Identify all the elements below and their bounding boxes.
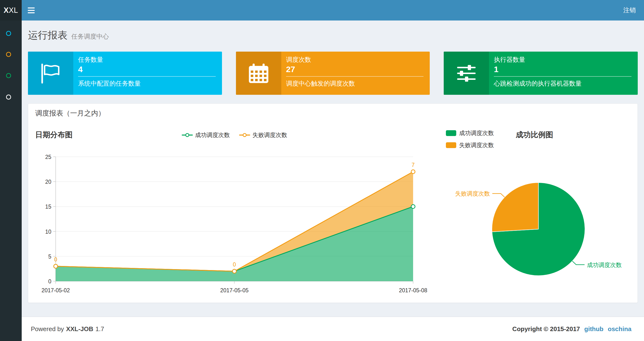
- powered-by: Powered by XXL-JOB 1.7: [31, 325, 104, 333]
- info-box-executors: 执行器数量 1 心跳检测成功的执行器机器数量: [444, 52, 638, 95]
- logo-bold: X: [4, 6, 9, 15]
- circle-icon: [6, 52, 11, 57]
- x-tick-label: 2017-05-08: [399, 287, 427, 293]
- github-link[interactable]: github: [584, 325, 603, 333]
- data-point: [54, 264, 58, 268]
- label-line: [572, 261, 584, 264]
- divider: [494, 76, 632, 77]
- legend-label: 失败调度次数: [252, 131, 287, 139]
- label-line: [492, 194, 505, 197]
- info-box-triggers: 调度次数 27 调度中心触发的调度次数: [236, 52, 430, 95]
- circle-icon: [6, 73, 11, 78]
- pie-chart-legend: 成功调度次数 失败调度次数: [446, 129, 494, 149]
- legend-label: 成功调度次数: [459, 129, 494, 137]
- product-name: XXL-JOB: [66, 325, 93, 333]
- legend-item-success[interactable]: 成功调度次数: [182, 131, 230, 139]
- sliders-icon: [444, 52, 489, 95]
- pie-label: 失败调度次数: [455, 190, 490, 197]
- logo[interactable]: XXL: [0, 0, 22, 21]
- pie-slice-1: [492, 183, 538, 232]
- divider: [286, 76, 424, 77]
- sidebar-item-job-manage[interactable]: [0, 44, 22, 65]
- date-distribution-chart: 05101520252017-05-022017-05-052017-05-08…: [41, 146, 451, 301]
- copyright-text: Copyright © 2015-2017: [512, 325, 580, 333]
- info-box-title: 任务数量: [78, 55, 216, 64]
- page-subtitle: 任务调度中心: [71, 32, 109, 41]
- info-box-body: 调度次数 27 调度中心触发的调度次数: [281, 52, 430, 95]
- circle-icon: [6, 31, 11, 36]
- sidebar: [0, 21, 22, 341]
- y-tick-label: 0: [48, 278, 51, 284]
- point-label: 7: [412, 162, 415, 168]
- info-box-title: 调度次数: [286, 55, 424, 64]
- data-point: [411, 170, 415, 174]
- info-box-value: 27: [286, 64, 424, 75]
- sidebar-toggle-button[interactable]: [22, 0, 40, 21]
- legend-swatch: [446, 130, 456, 136]
- legend-item-fail[interactable]: 失败调度次数: [239, 131, 287, 139]
- schedule-report-panel: 调度报表（一月之内） 日期分布图 成功调度次数 失败调度次数: [28, 104, 638, 303]
- page-title: 运行报表: [28, 29, 68, 42]
- success-ratio-chart: 成功调度次数失败调度次数: [446, 146, 639, 305]
- info-box-title: 执行器数量: [494, 55, 632, 64]
- sidebar-item-executor[interactable]: [0, 86, 22, 108]
- point-label: 0: [233, 261, 236, 268]
- copyright: Copyright © 2015-2017 github oschina: [512, 325, 632, 333]
- data-point: [411, 204, 415, 208]
- panel-title: 调度报表（一月之内）: [35, 109, 105, 118]
- line-legend-marker: [182, 133, 193, 137]
- y-tick-label: 5: [48, 253, 51, 260]
- line-chart-legend: 成功调度次数 失败调度次数: [56, 131, 413, 139]
- divider: [78, 76, 216, 77]
- sidebar-item-dashboard[interactable]: [0, 23, 22, 44]
- legend-label: 成功调度次数: [195, 131, 230, 139]
- circle-icon: [6, 95, 11, 100]
- info-box-row: 任务数量 4 系统中配置的任务数量: [28, 52, 638, 95]
- navbar-spacer: [40, 0, 615, 21]
- logout-link[interactable]: 注销: [615, 0, 644, 21]
- x-tick-label: 2017-05-05: [220, 287, 249, 293]
- oschina-link[interactable]: oschina: [608, 325, 632, 333]
- info-box-jobs: 任务数量 4 系统中配置的任务数量: [28, 52, 222, 95]
- line-legend-marker: [239, 133, 250, 137]
- info-box-desc: 系统中配置的任务数量: [78, 79, 216, 88]
- data-point: [232, 269, 236, 273]
- main-content: 运行报表 任务调度中心 任务数量 4 系统中配置的任务数量: [22, 21, 644, 317]
- powered-prefix: Powered by: [31, 325, 64, 333]
- info-box-desc: 调度中心触发的调度次数: [286, 79, 424, 88]
- product-version: 1.7: [96, 325, 104, 333]
- hamburger-icon: [28, 12, 35, 13]
- info-box-value: 4: [78, 64, 216, 75]
- info-box-desc: 心跳检测成功的执行器机器数量: [494, 79, 632, 88]
- pie-label: 成功调度次数: [587, 262, 622, 268]
- hamburger-icon: [28, 8, 35, 9]
- y-tick-label: 10: [45, 229, 51, 235]
- y-tick-label: 25: [45, 154, 51, 160]
- x-tick-label: 2017-05-02: [42, 287, 70, 293]
- pie-chart-title: 成功比例图: [516, 130, 553, 140]
- point-label: 0: [54, 256, 57, 263]
- flag-icon: [28, 52, 73, 95]
- info-box-body: 任务数量 4 系统中配置的任务数量: [73, 52, 222, 95]
- footer: Powered by XXL-JOB 1.7 Copyright © 2015-…: [22, 317, 644, 341]
- page-header: 运行报表 任务调度中心: [28, 29, 638, 42]
- top-navbar: XXL 注销: [0, 0, 644, 21]
- info-box-body: 执行器数量 1 心跳检测成功的执行器机器数量: [489, 52, 638, 95]
- sidebar-item-job-log[interactable]: [0, 65, 22, 86]
- logo-rest: XL: [9, 6, 18, 15]
- info-box-value: 1: [494, 64, 632, 75]
- y-tick-label: 20: [45, 179, 51, 185]
- hamburger-icon: [28, 10, 35, 11]
- calendar-icon: [236, 52, 281, 95]
- legend-item-success[interactable]: 成功调度次数: [446, 129, 494, 137]
- y-tick-label: 15: [45, 204, 51, 210]
